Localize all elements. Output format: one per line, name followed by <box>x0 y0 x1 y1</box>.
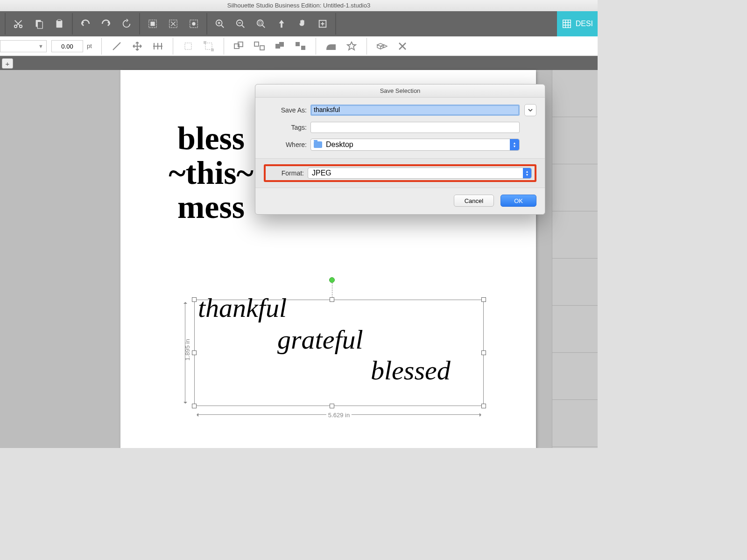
svg-rect-26 <box>279 42 284 47</box>
app-titlebar: Silhouette Studio Business Edition: Unti… <box>0 0 598 11</box>
save-as-input[interactable]: thanksful <box>310 105 520 116</box>
dialog-title: Save Selection <box>255 84 545 98</box>
properties-toolbar: ▼ 0.00 pt <box>0 36 598 56</box>
compound-icon[interactable] <box>271 38 289 55</box>
svg-rect-17 <box>185 43 191 49</box>
deselect-icon[interactable] <box>163 15 183 32</box>
format-label: Format: <box>268 169 304 177</box>
star-tool-icon[interactable] <box>342 38 361 55</box>
width-label: 5.629 in <box>326 412 352 419</box>
zoom-out-icon[interactable] <box>231 15 250 32</box>
zoom-selection-icon[interactable] <box>251 15 271 32</box>
svg-rect-23 <box>254 42 259 46</box>
svg-rect-27 <box>296 42 300 46</box>
folder-icon <box>314 141 322 148</box>
expand-dialog-button[interactable] <box>524 104 536 116</box>
svg-rect-4 <box>56 21 63 28</box>
format-dropdown[interactable]: JPEG ▲▼ <box>308 168 532 179</box>
svg-rect-20 <box>211 49 213 51</box>
format-row-highlight: Format: JPEG ▲▼ <box>264 164 536 182</box>
line-weight-input[interactable]: 0.00 <box>51 40 83 52</box>
line-tool-icon[interactable] <box>107 38 126 55</box>
svg-rect-28 <box>301 46 305 50</box>
design-tab-label: DESI <box>576 20 593 28</box>
right-ruler <box>552 70 598 448</box>
tags-label: Tags: <box>264 124 307 131</box>
unit-label: pt <box>87 42 92 49</box>
bless-line3: mess <box>150 190 272 224</box>
where-label: Where: <box>264 141 307 148</box>
bless-line2: ~this~ <box>150 156 272 190</box>
resize-handle[interactable] <box>481 297 486 302</box>
resize-handle[interactable] <box>192 297 197 302</box>
where-value: Desktop <box>326 140 353 149</box>
height-dimension: 1.895 in <box>180 300 190 406</box>
ungroup-icon[interactable] <box>250 38 269 55</box>
line-style-dropdown[interactable]: ▼ <box>0 40 47 52</box>
resize-handle[interactable] <box>330 297 334 302</box>
rotate-handle[interactable] <box>329 277 335 283</box>
chevron-updown-icon: ▲▼ <box>510 139 519 150</box>
resize-handle[interactable] <box>192 404 197 408</box>
left-gutter <box>0 70 85 448</box>
save-selection-dialog: Save Selection Save As: thanksful Tags: … <box>255 84 545 215</box>
add-tab-button[interactable]: + <box>2 58 13 69</box>
boxes-icon[interactable] <box>373 38 391 55</box>
svg-point-13 <box>257 20 263 26</box>
script-line1: thankful <box>198 292 287 323</box>
redo-icon[interactable] <box>96 15 116 32</box>
cancel-button[interactable]: Cancel <box>454 195 494 207</box>
svg-rect-3 <box>37 21 42 28</box>
tags-input[interactable] <box>310 122 520 133</box>
zoom-in-icon[interactable] <box>210 15 230 32</box>
fit-page-icon[interactable] <box>313 15 332 32</box>
svg-rect-16 <box>563 20 571 28</box>
svg-rect-7 <box>150 21 155 26</box>
chevron-updown-icon: ▲▼ <box>523 168 531 178</box>
svg-rect-14 <box>259 21 261 24</box>
height-label: 1.895 in <box>184 339 191 360</box>
width-dimension: 5.629 in <box>194 410 484 420</box>
select-all-icon[interactable] <box>143 15 162 32</box>
bless-line1: bless <box>150 121 272 156</box>
resize-handle[interactable] <box>192 350 197 355</box>
release-compound-icon[interactable] <box>291 38 310 55</box>
resize-handle[interactable] <box>481 350 486 355</box>
crop-icon[interactable] <box>179 38 197 55</box>
selection-bounding-box[interactable]: 1.895 in 5.629 in thankful grateful bles… <box>180 300 484 420</box>
svg-point-10 <box>192 22 195 25</box>
shape-tool-icon[interactable] <box>322 38 340 55</box>
refresh-icon[interactable] <box>117 15 136 32</box>
pan-icon[interactable] <box>292 15 312 32</box>
save-as-label: Save As: <box>264 106 307 114</box>
copy-icon[interactable] <box>29 15 49 32</box>
svg-rect-18 <box>205 43 212 49</box>
main-toolbar: DESI <box>0 11 598 36</box>
script-line3: blessed <box>371 355 451 386</box>
document-tabbar: + <box>0 56 598 70</box>
svg-rect-5 <box>57 20 61 21</box>
paste-icon[interactable] <box>49 15 69 32</box>
transform-icon[interactable] <box>199 38 218 55</box>
svg-rect-24 <box>260 46 264 50</box>
text-art-bless[interactable]: bless ~this~ mess <box>150 121 272 224</box>
text-art-thankful[interactable]: thankful grateful blessed <box>203 302 477 402</box>
where-dropdown[interactable]: Desktop ▲▼ <box>310 139 520 151</box>
design-tab-button[interactable]: DESI <box>557 11 598 36</box>
palette-select-icon[interactable] <box>184 15 204 32</box>
group-icon[interactable] <box>230 38 248 55</box>
move-tool-icon[interactable] <box>128 38 147 55</box>
svg-rect-19 <box>204 42 206 43</box>
close-icon[interactable] <box>393 38 412 55</box>
cut-icon[interactable] <box>8 15 28 32</box>
ok-button[interactable]: OK <box>500 195 536 207</box>
script-line2: grateful <box>277 324 363 355</box>
resize-handle[interactable] <box>481 404 486 408</box>
resize-handle[interactable] <box>330 404 334 408</box>
undo-icon[interactable] <box>76 15 95 32</box>
zoom-fit-icon[interactable] <box>272 15 291 32</box>
format-value: JPEG <box>312 169 331 177</box>
align-distribute-icon[interactable] <box>148 38 167 55</box>
